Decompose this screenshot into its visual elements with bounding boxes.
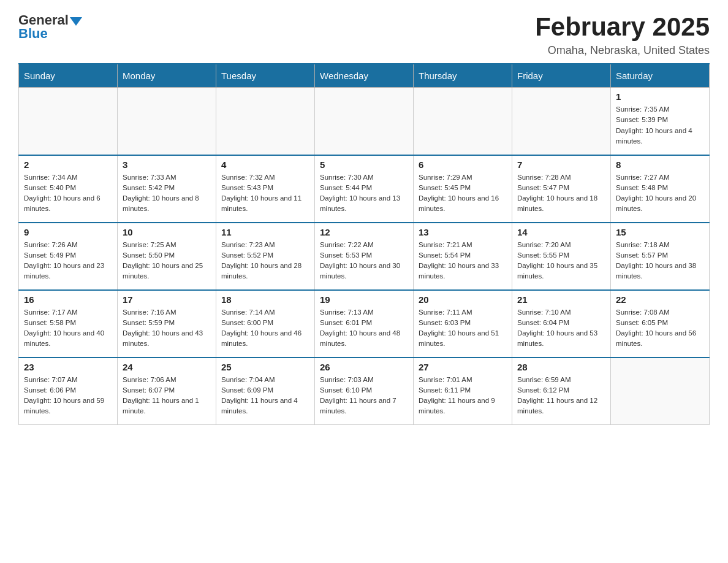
calendar-cell: 20Sunrise: 7:11 AMSunset: 6:03 PMDayligh… <box>414 290 512 358</box>
day-number: 7 <box>517 159 605 170</box>
day-number: 17 <box>123 294 211 305</box>
calendar-cell <box>19 88 118 155</box>
day-info: Sunrise: 7:22 AMSunset: 5:53 PMDaylight:… <box>320 240 408 282</box>
day-number: 16 <box>24 294 112 305</box>
day-number: 20 <box>419 294 507 305</box>
day-info: Sunrise: 7:06 AMSunset: 6:07 PMDaylight:… <box>123 375 211 417</box>
day-info: Sunrise: 6:59 AMSunset: 6:12 PMDaylight:… <box>517 375 605 417</box>
calendar-cell: 9Sunrise: 7:26 AMSunset: 5:49 PMDaylight… <box>19 223 118 290</box>
day-info: Sunrise: 7:34 AMSunset: 5:40 PMDaylight:… <box>24 172 112 215</box>
logo-triangle-icon <box>70 17 82 26</box>
calendar-cell: 1Sunrise: 7:35 AMSunset: 5:39 PMDaylight… <box>611 88 710 155</box>
day-info: Sunrise: 7:04 AMSunset: 6:09 PMDaylight:… <box>221 375 309 417</box>
day-info: Sunrise: 7:16 AMSunset: 5:59 PMDaylight:… <box>123 307 211 350</box>
calendar-cell: 19Sunrise: 7:13 AMSunset: 6:01 PMDayligh… <box>315 290 414 358</box>
day-number: 4 <box>221 159 309 170</box>
calendar-cell: 22Sunrise: 7:08 AMSunset: 6:05 PMDayligh… <box>611 290 710 358</box>
day-info: Sunrise: 7:29 AMSunset: 5:45 PMDaylight:… <box>419 172 507 215</box>
day-info: Sunrise: 7:28 AMSunset: 5:47 PMDaylight:… <box>517 172 605 215</box>
calendar-cell <box>118 88 216 155</box>
calendar-cell: 21Sunrise: 7:10 AMSunset: 6:04 PMDayligh… <box>512 290 611 358</box>
day-of-week-header: Wednesday <box>315 64 414 88</box>
day-of-week-header: Sunday <box>19 64 118 88</box>
day-number: 3 <box>123 159 211 170</box>
calendar-cell: 16Sunrise: 7:17 AMSunset: 5:58 PMDayligh… <box>19 290 118 358</box>
day-info: Sunrise: 7:17 AMSunset: 5:58 PMDaylight:… <box>24 307 112 350</box>
day-number: 21 <box>517 294 605 305</box>
day-of-week-header: Saturday <box>611 64 710 88</box>
day-of-week-header: Friday <box>512 64 611 88</box>
calendar-cell: 11Sunrise: 7:23 AMSunset: 5:52 PMDayligh… <box>216 223 315 290</box>
day-number: 22 <box>616 294 704 305</box>
calendar-header-row: SundayMondayTuesdayWednesdayThursdayFrid… <box>19 64 710 88</box>
calendar-cell: 6Sunrise: 7:29 AMSunset: 5:45 PMDaylight… <box>414 155 512 223</box>
day-number: 26 <box>320 362 408 372</box>
calendar-week-row: 23Sunrise: 7:07 AMSunset: 6:06 PMDayligh… <box>19 358 710 425</box>
day-number: 9 <box>24 227 112 237</box>
calendar-cell <box>611 358 710 425</box>
day-info: Sunrise: 7:08 AMSunset: 6:05 PMDaylight:… <box>616 307 704 350</box>
day-info: Sunrise: 7:10 AMSunset: 6:04 PMDaylight:… <box>517 307 605 350</box>
day-info: Sunrise: 7:03 AMSunset: 6:10 PMDaylight:… <box>320 375 408 417</box>
day-number: 14 <box>517 227 605 237</box>
calendar-cell: 13Sunrise: 7:21 AMSunset: 5:54 PMDayligh… <box>414 223 512 290</box>
calendar-cell: 24Sunrise: 7:06 AMSunset: 6:07 PMDayligh… <box>118 358 216 425</box>
day-number: 2 <box>24 159 112 170</box>
calendar-week-row: 2Sunrise: 7:34 AMSunset: 5:40 PMDaylight… <box>19 155 710 223</box>
calendar-cell <box>414 88 512 155</box>
day-info: Sunrise: 7:25 AMSunset: 5:50 PMDaylight:… <box>123 240 211 282</box>
calendar-cell: 17Sunrise: 7:16 AMSunset: 5:59 PMDayligh… <box>118 290 216 358</box>
day-info: Sunrise: 7:07 AMSunset: 6:06 PMDaylight:… <box>24 375 112 417</box>
day-number: 15 <box>616 227 704 237</box>
day-info: Sunrise: 7:18 AMSunset: 5:57 PMDaylight:… <box>616 240 704 282</box>
calendar-week-row: 1Sunrise: 7:35 AMSunset: 5:39 PMDaylight… <box>19 88 710 155</box>
day-number: 18 <box>221 294 309 305</box>
day-info: Sunrise: 7:27 AMSunset: 5:48 PMDaylight:… <box>616 172 704 215</box>
calendar-cell: 18Sunrise: 7:14 AMSunset: 6:00 PMDayligh… <box>216 290 315 358</box>
subtitle: Omaha, Nebraska, United States <box>535 44 710 57</box>
calendar-cell: 15Sunrise: 7:18 AMSunset: 5:57 PMDayligh… <box>611 223 710 290</box>
title-section: February 2025 Omaha, Nebraska, United St… <box>535 12 710 57</box>
day-number: 24 <box>123 362 211 372</box>
calendar-cell: 14Sunrise: 7:20 AMSunset: 5:55 PMDayligh… <box>512 223 611 290</box>
day-number: 12 <box>320 227 408 237</box>
calendar-cell: 27Sunrise: 7:01 AMSunset: 6:11 PMDayligh… <box>414 358 512 425</box>
calendar-cell <box>315 88 414 155</box>
day-number: 6 <box>419 159 507 170</box>
calendar-table: SundayMondayTuesdayWednesdayThursdayFrid… <box>18 63 710 425</box>
day-number: 28 <box>517 362 605 372</box>
calendar-cell <box>512 88 611 155</box>
day-info: Sunrise: 7:13 AMSunset: 6:01 PMDaylight:… <box>320 307 408 350</box>
day-info: Sunrise: 7:01 AMSunset: 6:11 PMDaylight:… <box>419 375 507 417</box>
day-of-week-header: Tuesday <box>216 64 315 88</box>
day-info: Sunrise: 7:26 AMSunset: 5:49 PMDaylight:… <box>24 240 112 282</box>
day-info: Sunrise: 7:14 AMSunset: 6:00 PMDaylight:… <box>221 307 309 350</box>
day-info: Sunrise: 7:23 AMSunset: 5:52 PMDaylight:… <box>221 240 309 282</box>
day-of-week-header: Monday <box>118 64 216 88</box>
day-number: 10 <box>123 227 211 237</box>
day-info: Sunrise: 7:35 AMSunset: 5:39 PMDaylight:… <box>616 104 704 147</box>
day-info: Sunrise: 7:20 AMSunset: 5:55 PMDaylight:… <box>517 240 605 282</box>
main-title: February 2025 <box>535 12 710 42</box>
calendar-cell: 4Sunrise: 7:32 AMSunset: 5:43 PMDaylight… <box>216 155 315 223</box>
day-of-week-header: Thursday <box>414 64 512 88</box>
day-number: 23 <box>24 362 112 372</box>
day-number: 13 <box>419 227 507 237</box>
calendar-cell: 5Sunrise: 7:30 AMSunset: 5:44 PMDaylight… <box>315 155 414 223</box>
day-number: 1 <box>616 91 704 102</box>
day-info: Sunrise: 7:33 AMSunset: 5:42 PMDaylight:… <box>123 172 211 215</box>
day-number: 8 <box>616 159 704 170</box>
calendar-cell: 23Sunrise: 7:07 AMSunset: 6:06 PMDayligh… <box>19 358 118 425</box>
calendar-cell: 10Sunrise: 7:25 AMSunset: 5:50 PMDayligh… <box>118 223 216 290</box>
page-header: General Blue February 2025 Omaha, Nebras… <box>18 12 710 57</box>
calendar-cell <box>216 88 315 155</box>
day-number: 27 <box>419 362 507 372</box>
calendar-week-row: 9Sunrise: 7:26 AMSunset: 5:49 PMDaylight… <box>19 223 710 290</box>
day-info: Sunrise: 7:32 AMSunset: 5:43 PMDaylight:… <box>221 172 309 215</box>
logo: General Blue <box>18 12 82 42</box>
day-info: Sunrise: 7:30 AMSunset: 5:44 PMDaylight:… <box>320 172 408 215</box>
calendar-cell: 28Sunrise: 6:59 AMSunset: 6:12 PMDayligh… <box>512 358 611 425</box>
calendar-cell: 7Sunrise: 7:28 AMSunset: 5:47 PMDaylight… <box>512 155 611 223</box>
calendar-cell: 12Sunrise: 7:22 AMSunset: 5:53 PMDayligh… <box>315 223 414 290</box>
calendar-cell: 25Sunrise: 7:04 AMSunset: 6:09 PMDayligh… <box>216 358 315 425</box>
